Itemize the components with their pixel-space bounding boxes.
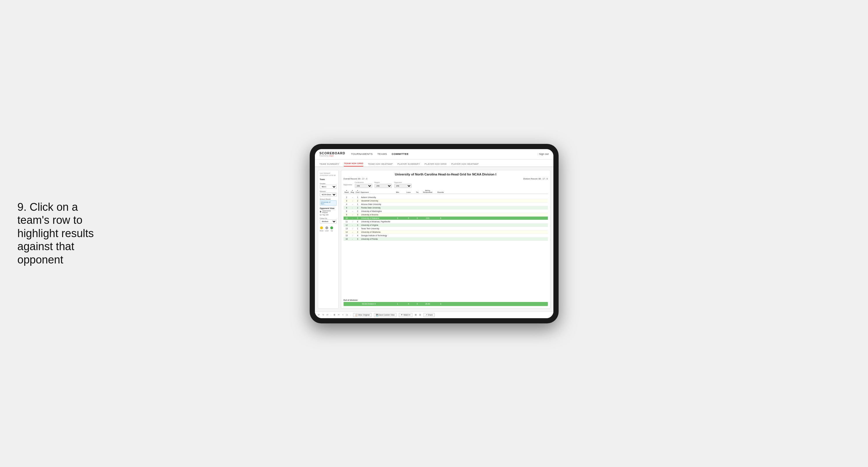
conference-select[interactable]: (All) — [355, 184, 372, 188]
data-rows: 2-1Auburn University3-2Vanderbilt Univer… — [344, 196, 548, 296]
table-row[interactable]: 8-2University of Washington — [344, 210, 548, 213]
table-row[interactable]: 9-3University of Arizona — [344, 213, 548, 216]
nav-items: TOURNAMENTS TEAMS COMMITTEE — [351, 153, 409, 155]
col-conf: #Conf — [355, 189, 360, 193]
separator-2: | — [350, 314, 351, 316]
grid-title: University of North Carolina Head-to-Hea… — [344, 173, 548, 176]
legend-level-circle — [325, 226, 328, 229]
out-of-division: Out of division NCAA Division II10026.00… — [344, 299, 548, 306]
logo-powered: Powered by clippd — [319, 155, 345, 157]
opponent-label: Opponent — [394, 181, 411, 183]
radio-top-100[interactable]: Top 100 — [320, 214, 337, 216]
col-opponent: Opponent — [360, 192, 392, 193]
annotation-content: 9. Click on a team's row to highlight re… — [18, 201, 94, 266]
grid-icon[interactable]: ⊟ — [419, 314, 421, 316]
radio-dot-top100 — [320, 214, 321, 216]
tablet-screen: SCOREBOARD Powered by clippd TOURNAMENTS… — [315, 149, 553, 318]
radio-opponents-played[interactable]: Opponents Played — [320, 210, 337, 213]
opponents-label: Opponents: — [344, 184, 352, 185]
school-value: University of Nort... — [320, 200, 337, 206]
save-custom-btn[interactable]: 💾 Save Custom View — [374, 313, 397, 317]
cut-icon[interactable]: ✂ — [338, 314, 340, 316]
plus-icon[interactable]: + — [342, 314, 344, 316]
logo-area: SCOREBOARD Powered by clippd — [319, 152, 345, 157]
division-record: Division Record: 88 - 17 - 0 — [523, 178, 548, 180]
table-row[interactable]: 13-1Texas Tech University — [344, 227, 548, 230]
legend-up: Up — [330, 226, 333, 232]
division-select[interactable]: NCAA Division I — [320, 193, 337, 197]
legend-level: Level — [325, 226, 329, 232]
sign-out-link[interactable]: | Sign out — [538, 153, 549, 155]
table-row[interactable]: 14-2University of Oklahoma — [344, 230, 548, 234]
legend-row: Down Level Up — [320, 226, 337, 232]
table-row[interactable]: 4-1Arizona State University — [344, 203, 548, 206]
annotation-text: 9. Click on a team's row to highlight re… — [18, 201, 98, 267]
opponent-view-title: Opponent View — [320, 207, 337, 209]
tab-team-h2h-heatmap[interactable]: TEAM H2H HEATMAP — [368, 163, 393, 167]
clock-icon[interactable]: ◷ — [346, 314, 348, 316]
nav-tournaments[interactable]: TOURNAMENTS — [351, 153, 373, 155]
logo-text: SCOREBOARD — [319, 152, 345, 155]
table-row[interactable]: 12-3University of Virginia — [344, 224, 548, 227]
main-content: Last Updated: 27/03/2024 16:55:38 Team G… — [315, 167, 553, 312]
col-rank: #Rank — [344, 189, 350, 193]
division-label: Division — [320, 191, 337, 192]
separator-1: | — [331, 314, 332, 316]
right-panel: University of North Carolina Head-to-Hea… — [341, 170, 551, 309]
nav-bar: SCOREBOARD Powered by clippd TOURNAMENTS… — [315, 149, 553, 159]
col-rounds: Rounds — [435, 192, 446, 193]
col-diff: Diff AvStrokes/Rnd — [421, 189, 435, 193]
table-row[interactable]: 6-2Florida State University — [344, 206, 548, 210]
share-btn[interactable]: ↗ Share — [424, 313, 435, 317]
conference-label: Conference — [355, 181, 372, 183]
legend-down-circle — [320, 226, 323, 229]
opponent-filter: Opponent (All) — [394, 181, 411, 188]
tablet-frame: SCOREBOARD Powered by clippd TOURNAMENTS… — [310, 144, 559, 323]
left-panel: Last Updated: 27/03/2024 16:55:38 Team G… — [318, 170, 339, 309]
nav-committee[interactable]: COMMITTEE — [392, 153, 409, 155]
conference-filter: Conference (All) — [355, 181, 372, 188]
opponent-view-options: Opponents Played Top 100 — [320, 210, 337, 216]
add-icon[interactable]: ⊕ — [334, 314, 336, 316]
legend-up-circle — [330, 226, 333, 229]
colour-by-select[interactable]: Win/loss — [320, 220, 337, 224]
watch-btn[interactable]: 👁 Watch ▾ — [399, 313, 412, 317]
tab-team-h2h-grid[interactable]: TEAM H2H GRID — [344, 162, 363, 167]
out-of-division-label: Out of division — [344, 299, 548, 301]
last-updated: Last Updated: 27/03/2024 16:55:38 — [320, 172, 337, 177]
table-row[interactable]: 15-4Georgia Institute of Technology — [344, 234, 548, 237]
table-row[interactable]: 11-6University of Arkansas, Fayetteville — [344, 220, 548, 224]
table-row[interactable]: 2-1Auburn University — [344, 196, 548, 199]
share-left-icon[interactable]: ⊞ — [415, 314, 417, 316]
logo-brand: clippd — [329, 155, 334, 157]
nav-left: SCOREBOARD Powered by clippd TOURNAMENTS… — [319, 152, 409, 157]
col-loss: Loss — [403, 192, 414, 193]
colour-by-label: Colour by — [320, 217, 337, 219]
table-row[interactable]: 16-3University of Florida — [344, 237, 548, 241]
bottom-toolbar: ↩ ↪ ↩ | ⊕ ✂ + ◷ | 📋 View: Original 💾 Sav… — [315, 312, 553, 318]
tab-team-summary[interactable]: TEAM SUMMARY — [319, 163, 340, 167]
table-row[interactable]: 10-5University of Alabama3002.618 — [344, 216, 548, 220]
gender-label: Gender — [320, 183, 337, 184]
redo-icon[interactable]: ↪ — [322, 314, 324, 316]
col-reg: #Reg — [350, 189, 355, 193]
tab-player-h2h-grid[interactable]: PLAYER H2H GRID — [425, 163, 446, 167]
column-headers: #Rank #Reg #Conf Opponent Win Loss Tie D… — [344, 189, 548, 194]
tab-player-h2h-heatmap[interactable]: PLAYER H2H HEATMAP — [451, 163, 479, 167]
col-win: Win — [392, 192, 403, 193]
sub-nav: TEAM SUMMARY TEAM H2H GRID TEAM H2H HEAT… — [315, 159, 553, 167]
filters-row: Opponents: Conference (All) Region (All) — [344, 181, 548, 188]
grid-records: Overall Record: 89 - 17 - 0 Division Rec… — [344, 178, 548, 180]
opponent-select[interactable]: (All) — [394, 184, 411, 188]
table-row[interactable]: 3-2Vanderbilt University — [344, 199, 548, 203]
tab-player-summary[interactable]: PLAYER SUMMARY — [397, 163, 420, 167]
undo-icon[interactable]: ↩ — [318, 314, 320, 316]
col-tie: Tie — [414, 192, 421, 193]
region-filter: Region (All) — [374, 181, 392, 188]
out-of-division-row[interactable]: NCAA Division II10026.003 — [344, 302, 548, 306]
view-original-btn[interactable]: 📋 View: Original — [353, 313, 372, 317]
region-select[interactable]: (All) — [374, 184, 392, 188]
gender-select[interactable]: Men's — [320, 185, 337, 189]
back-icon[interactable]: ↩ — [327, 314, 329, 316]
nav-teams[interactable]: TEAMS — [377, 153, 387, 155]
